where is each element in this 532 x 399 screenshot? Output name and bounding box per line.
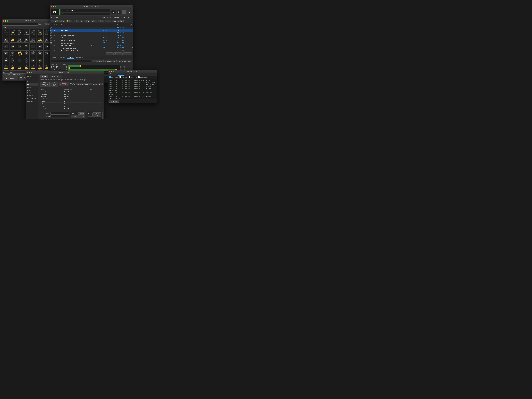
tab-patch[interactable]: PATCH	[40, 75, 48, 78]
light-tile[interactable]: 3535sides.Inte...	[16, 36, 23, 43]
smiley-button[interactable]: ☺	[76, 20, 79, 22]
light-tile[interactable]: 1818f warm	[3, 36, 9, 43]
delete-selected-settings-button[interactable]: Delete Selected ⌘⌫	[59, 82, 70, 86]
light-tile[interactable]: 18189	[30, 57, 36, 64]
light-tile[interactable]: (mixed)79all.Amber	[37, 29, 43, 36]
levels-handle[interactable]	[69, 67, 70, 69]
new-instrument-button[interactable]: New Instrument ⌘N	[40, 82, 50, 87]
close-button-mcl[interactable]	[51, 6, 52, 7]
instrument-row[interactable]: ▶ bx USC 69 - 72	[40, 108, 102, 110]
flag-button[interactable]: ⚑	[105, 20, 108, 22]
text-icon-button[interactable]: T	[62, 20, 65, 22]
revert-changes-button[interactable]: Revert Changes ⌘R	[3, 76, 18, 80]
presets-link[interactable]: ▶ Presets	[113, 17, 119, 19]
tab-definitions[interactable]: DEFINITIONS	[49, 75, 62, 78]
copy-icon-button[interactable]: ⎘	[51, 20, 54, 22]
light-tile[interactable]: (mixed)28all.Green	[23, 29, 30, 36]
light-tile[interactable]: 100100bx.Blue	[16, 51, 23, 57]
grid-button[interactable]: ▦	[91, 20, 94, 22]
table-row[interactable]: ↗ 20 level down crickets 10-3 00:20.00	[50, 44, 133, 47]
light-tile[interactable]: (mixed)35all.Red	[16, 29, 23, 36]
arrow-button[interactable]: ↗	[98, 20, 101, 22]
light-tile[interactable]: 606013	[10, 64, 16, 70]
audio-icon-button[interactable]: 🔊	[54, 20, 58, 22]
rewind-button[interactable]: ⏮	[111, 10, 116, 14]
filter-checkbox[interactable]	[129, 76, 130, 78]
light-tile[interactable]: 18184	[43, 51, 50, 57]
tiles-button[interactable]: Tiles	[45, 23, 50, 25]
light-tile[interactable]: 606018	[43, 64, 50, 70]
new-group-button[interactable]: New Group ⌘G	[50, 82, 58, 87]
midi-feedback-select[interactable]: IAC Driver IAC Bus 1	[76, 83, 92, 85]
tab-art-net[interactable]: Art-Net	[124, 73, 131, 76]
light-tile[interactable]: 6060f cool	[10, 36, 16, 43]
sidebar-item-network[interactable]: Network	[26, 86, 38, 89]
light-tile[interactable]: 606017	[37, 64, 43, 70]
sidebar-item-general[interactable]: General	[26, 75, 38, 78]
remove-button[interactable]: ✕	[130, 67, 132, 69]
filter-checkbox[interactable]	[120, 76, 121, 78]
instrument-row[interactable]: Blue 68	[40, 105, 102, 107]
light-tile[interactable]: 2828sides.Red	[23, 36, 30, 43]
light-tile[interactable]: 11	[43, 57, 50, 64]
instrument-row[interactable]: Green 67	[40, 103, 102, 105]
instrument-row[interactable]: Red 66	[40, 100, 102, 102]
add-command-button[interactable]: Add Command...	[92, 60, 103, 62]
maximize-button-settings[interactable]	[31, 72, 32, 73]
light-tile[interactable]: 1313bx.Red	[3, 51, 9, 57]
remove-button[interactable]: ✕	[130, 65, 132, 67]
light-tile[interactable]: 18183	[37, 51, 43, 57]
minimize-button-status[interactable]	[111, 70, 112, 72]
levels-handle[interactable]	[80, 65, 81, 67]
add-to-group-button[interactable]: Add to Group...	[92, 113, 101, 116]
filter-checkbox[interactable]	[138, 76, 140, 78]
sidebar-item-audio[interactable]: Audio	[26, 78, 38, 80]
light-tile[interactable]: 18185	[3, 57, 9, 64]
table-row[interactable]: 💡 30 "stand and unfold yourself" 00:00.0…	[50, 47, 133, 49]
midi-input-select[interactable]: (none)	[71, 115, 85, 118]
clear-logs-button[interactable]: Clear Logs	[109, 100, 119, 102]
osc-button[interactable]: OSC	[112, 20, 116, 22]
sidebar-item-osc-controls[interactable]: OSC Controls	[26, 100, 38, 102]
light-tile[interactable]: 606014	[16, 64, 23, 70]
minimize-button-settings[interactable]	[29, 72, 30, 73]
tab-basics[interactable]: Basics	[51, 56, 58, 59]
sidebar-item-key-map[interactable]: Key Map	[26, 94, 38, 97]
light-tile[interactable]: (mixed)15all.Blue	[30, 29, 36, 36]
light-tile[interactable]: 2020side SLA...	[37, 43, 43, 50]
tab-triggers[interactable]: Triggers	[58, 56, 67, 59]
light-tile[interactable]: 606012	[3, 64, 9, 70]
close-button-status[interactable]	[109, 70, 110, 72]
light-dashboard-search[interactable]	[3, 23, 39, 25]
table-row[interactable]: 🔊 10-2 moonrise 10:00.00	[50, 32, 133, 34]
light-tile[interactable]: 7979side SL.G...	[23, 43, 30, 50]
instrument-row[interactable]: ▶ bx DSL 61 - 64	[40, 93, 102, 95]
levels-bar-track[interactable]	[68, 67, 120, 69]
table-row[interactable]: 🔊 10-1 base scene 00:00.00 00:05.00 00:0…	[50, 29, 133, 32]
table-row[interactable]: 🔊 10-3 crickets, early evening 00:10.63	[50, 34, 133, 37]
light-tile[interactable]: 1515side SLR...	[16, 43, 23, 50]
target-button[interactable]: ⊕	[101, 20, 104, 22]
table-row[interactable]: 🔊 10 scene 1.1 atmo 10:00.00	[50, 27, 133, 29]
note-form-input[interactable]	[51, 115, 69, 117]
prune-commands-button[interactable]: Prune Commands	[104, 60, 117, 62]
table-row[interactable]: 💡 40 ▶ ghost of old hamlet enters 01:15.…	[50, 49, 133, 52]
sidebar-item-cue-templates[interactable]: Cue Templates	[26, 91, 38, 94]
light-tile[interactable]: 606016	[30, 64, 36, 70]
filter-checkbox[interactable]	[109, 76, 111, 78]
new-cart-button[interactable]: New Cart	[114, 52, 123, 55]
new-list-button[interactable]: New List	[106, 52, 114, 55]
light-tile[interactable]: 606010	[37, 57, 43, 64]
music-button[interactable]: ♪	[80, 20, 83, 22]
expand-button[interactable]: Expand	[120, 65, 129, 67]
light-tile[interactable]: 44bx.Green	[10, 51, 16, 57]
light-tile[interactable]: (mixed)60all.Intensi...	[10, 29, 16, 36]
go-button[interactable]: GO	[51, 9, 60, 15]
tab-info[interactable]: Info	[131, 73, 136, 76]
close-button[interactable]	[3, 20, 4, 22]
instrument-row[interactable]: ▼ bx DSR 65 - 68	[40, 95, 102, 98]
light-tile[interactable]: 33sides.Am...	[43, 36, 50, 43]
table-row[interactable]: 🎬 10-6 ● leaf animation texture 00:00.00…	[50, 42, 133, 44]
extra-button[interactable]: ⊟	[120, 20, 124, 22]
light-tile[interactable]: 1010side SL...	[43, 43, 50, 50]
